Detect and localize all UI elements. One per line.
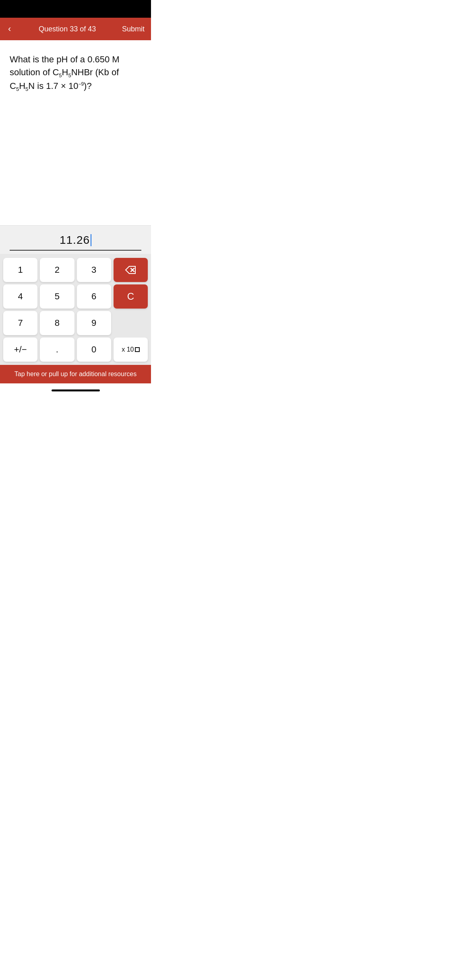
resources-bar[interactable]: Tap here or pull up for additional resou… xyxy=(0,365,151,383)
key-x10[interactable]: x 10 xyxy=(114,338,148,362)
back-button[interactable]: ‹ xyxy=(6,22,12,36)
text-cursor xyxy=(91,234,91,246)
resources-label: Tap here or pull up for additional resou… xyxy=(14,371,137,377)
header: ‹ Question 33 of 43 Submit xyxy=(0,18,151,40)
empty-cell xyxy=(114,311,148,335)
x10-box xyxy=(135,347,140,352)
key-2[interactable]: 2 xyxy=(40,258,74,282)
key-1[interactable]: 1 xyxy=(3,258,37,282)
backspace-icon xyxy=(125,266,136,274)
answer-area: 11.26 xyxy=(0,225,151,254)
key-8[interactable]: 8 xyxy=(40,311,74,335)
submit-button[interactable]: Submit xyxy=(122,25,145,33)
key-6[interactable]: 6 xyxy=(77,284,111,309)
answer-display[interactable]: 11.26 xyxy=(10,233,141,251)
home-bar xyxy=(52,389,100,391)
key-3[interactable]: 3 xyxy=(77,258,111,282)
clear-button[interactable]: C xyxy=(114,284,148,309)
key-decimal[interactable]: . xyxy=(40,338,74,362)
answer-value: 11.26 xyxy=(60,234,90,247)
status-bar xyxy=(0,0,151,18)
key-5[interactable]: 5 xyxy=(40,284,74,309)
key-plus-minus[interactable]: +/− xyxy=(3,338,37,362)
key-9[interactable]: 9 xyxy=(77,311,111,335)
key-0[interactable]: 0 xyxy=(77,338,111,362)
home-indicator xyxy=(0,383,151,397)
key-7[interactable]: 7 xyxy=(3,311,37,335)
key-4[interactable]: 4 xyxy=(3,284,37,309)
backspace-button[interactable] xyxy=(114,258,148,282)
keypad: 1 2 3 4 5 6 C 7 8 9 +/− . 0 x 10 xyxy=(0,254,151,365)
question-progress: Question 33 of 43 xyxy=(39,25,96,33)
question-area: What is the pH of a 0.650 M solution of … xyxy=(0,40,151,225)
question-text: What is the pH of a 0.650 M solution of … xyxy=(10,53,141,93)
